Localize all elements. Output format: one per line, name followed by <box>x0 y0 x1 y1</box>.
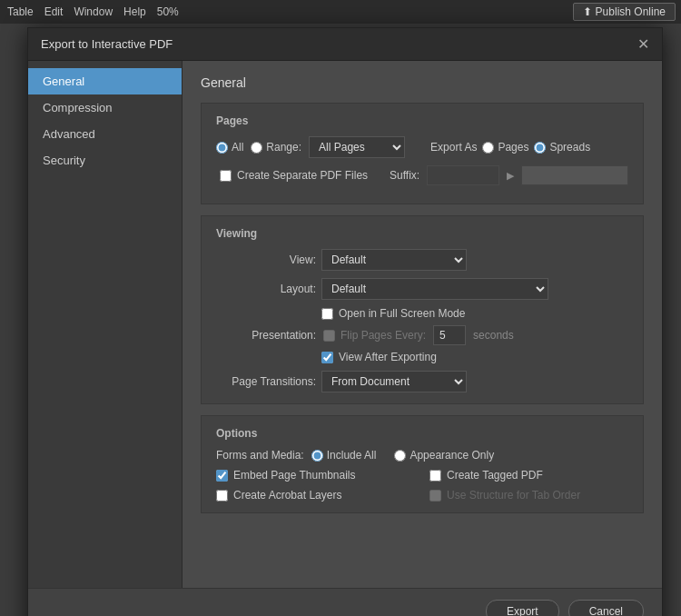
sidebar-item-advanced[interactable]: Advanced <box>28 121 182 147</box>
dialog-body: General Compression Advanced Security Ge… <box>28 61 662 588</box>
layout-label: Layout: <box>216 283 316 295</box>
export-as-group: Export As Pages Spreads <box>430 141 590 154</box>
top-bar: Table Edit Window Help 50% ⬆ Publish Onl… <box>0 0 681 24</box>
page-transitions-dropdown[interactable]: From Document None Dissolve <box>321 371 467 392</box>
use-structure-checkbox[interactable] <box>429 490 441 502</box>
use-structure-label: Use Structure for Tab Order <box>447 489 580 502</box>
dialog-titlebar: Export to Interactive PDF ✕ <box>28 28 662 61</box>
sidebar-item-security[interactable]: Security <box>28 147 182 174</box>
pages-radio-item[interactable]: Pages <box>482 141 528 154</box>
page-transitions-label: Page Transitions: <box>216 375 316 388</box>
all-radio[interactable] <box>216 142 228 154</box>
pages-row: All Range: All Pages Current Page Custom… <box>216 136 628 158</box>
sidebar-item-general[interactable]: General <box>28 68 182 94</box>
appearance-only-radio[interactable] <box>394 450 406 462</box>
embed-thumbnails-label: Embed Page Thumbnails <box>233 469 356 482</box>
all-radio-item[interactable]: All <box>216 141 243 154</box>
dialog-sidebar: General Compression Advanced Security <box>28 61 183 588</box>
full-screen-checkbox[interactable] <box>321 308 333 320</box>
pages-radio-label: Pages <box>498 141 528 154</box>
include-all-radio[interactable] <box>311 450 323 462</box>
viewing-grid: View: Default Fit Page Fit Width Layout:… <box>216 249 628 392</box>
create-tagged-label: Create Tagged PDF <box>447 469 543 482</box>
export-pdf-dialog: Export to Interactive PDF ✕ General Comp… <box>27 27 663 616</box>
suffix-input[interactable] <box>427 165 499 185</box>
cancel-button[interactable]: Cancel <box>568 600 644 616</box>
publish-icon: ⬆ <box>583 5 592 18</box>
viewing-group: Viewing View: Default Fit Page Fit Width… <box>201 215 644 404</box>
flip-pages-row: Flip Pages Every: seconds <box>321 325 628 345</box>
appearance-only-label: Appearance Only <box>410 449 494 462</box>
view-label: View: <box>216 253 316 266</box>
options-group-label: Options <box>216 427 628 440</box>
menu-help[interactable]: Help <box>123 5 146 18</box>
dialog-content: General Pages All Range: All Pages <box>183 61 662 588</box>
range-label: Range: <box>266 141 301 154</box>
publish-label: Publish Online <box>596 5 666 18</box>
suffix-arrow[interactable]: ▶ <box>507 170 514 182</box>
forms-media-label: Forms and Media: <box>216 449 304 462</box>
view-dropdown[interactable]: Default Fit Page Fit Width <box>321 249 467 271</box>
spreads-radio-label: Spreads <box>549 141 590 154</box>
dialog-footer: Export Cancel <box>28 588 662 616</box>
layout-dropdown[interactable]: Default Single Page Two-Up <box>321 278 548 300</box>
include-all-label: Include All <box>327 449 377 462</box>
spreads-radio[interactable] <box>534 142 546 154</box>
separate-pdf-label: Create Separate PDF Files <box>237 169 368 182</box>
suffix-label: Suffix: <box>390 169 419 182</box>
all-label: All <box>232 141 243 154</box>
view-after-label: View After Exporting <box>339 351 437 363</box>
appearance-only-radio-item[interactable]: Appearance Only <box>394 449 494 462</box>
view-after-checkbox[interactable] <box>321 352 333 363</box>
seconds-label: seconds <box>473 329 514 342</box>
view-after-checkbox-item[interactable]: View After Exporting <box>321 351 628 363</box>
create-acrobat-item[interactable]: Create Acrobat Layers <box>216 489 415 502</box>
range-radio-item[interactable]: Range: <box>251 141 301 154</box>
suffix-fill-box <box>521 165 628 185</box>
menu-bar: Table Edit Window Help 50% <box>0 5 179 18</box>
include-all-radio-item[interactable]: Include All <box>311 449 377 462</box>
use-structure-item[interactable]: Use Structure for Tab Order <box>429 489 628 502</box>
flip-pages-value[interactable] <box>433 325 466 345</box>
create-tagged-item[interactable]: Create Tagged PDF <box>429 469 628 482</box>
menu-table[interactable]: Table <box>7 5 34 18</box>
viewing-group-label: Viewing <box>216 227 628 240</box>
flip-pages-checkbox-item[interactable]: Flip Pages Every: <box>323 329 426 342</box>
zoom-percentage: 50% <box>157 5 179 18</box>
create-acrobat-checkbox[interactable] <box>216 490 228 502</box>
embed-thumbnails-item[interactable]: Embed Page Thumbnails <box>216 469 415 482</box>
flip-pages-label: Flip Pages Every: <box>340 329 426 342</box>
menu-window[interactable]: Window <box>74 5 113 18</box>
dialog-close-button[interactable]: ✕ <box>637 35 649 53</box>
range-radio[interactable] <box>251 142 262 154</box>
pages-radio[interactable] <box>482 142 494 154</box>
separate-pdf-checkbox-item[interactable]: Create Separate PDF Files <box>220 169 368 182</box>
pages-group: Pages All Range: All Pages Current Page <box>201 103 644 204</box>
export-button[interactable]: Export <box>486 600 559 616</box>
full-screen-label: Open in Full Screen Mode <box>339 307 465 320</box>
options-group: Options Forms and Media: Include All App… <box>201 415 644 513</box>
full-screen-checkbox-item[interactable]: Open in Full Screen Mode <box>321 307 628 320</box>
dialog-title: Export to Interactive PDF <box>41 37 173 51</box>
options-checkboxes: Embed Page Thumbnails Create Tagged PDF … <box>216 469 628 502</box>
spreads-radio-item[interactable]: Spreads <box>534 141 590 154</box>
range-dropdown[interactable]: All Pages Current Page Custom <box>309 136 405 158</box>
presentation-controls: Open in Full Screen Mode Flip Pages Ever… <box>321 307 628 363</box>
create-tagged-checkbox[interactable] <box>429 470 441 482</box>
embed-thumbnails-checkbox[interactable] <box>216 470 228 482</box>
sidebar-item-compression[interactable]: Compression <box>28 94 182 121</box>
create-acrobat-label: Create Acrobat Layers <box>233 489 341 502</box>
export-as-label: Export As <box>430 141 477 154</box>
content-section-title: General <box>201 75 644 90</box>
pages-group-label: Pages <box>216 114 628 127</box>
forms-media-row: Forms and Media: Include All Appearance … <box>216 449 628 462</box>
presentation-label: Presentation: <box>216 329 316 342</box>
flip-pages-checkbox[interactable] <box>323 330 335 342</box>
separate-pdf-checkbox[interactable] <box>220 170 232 182</box>
publish-online-button[interactable]: ⬆ Publish Online <box>573 3 676 21</box>
menu-edit[interactable]: Edit <box>44 5 64 18</box>
separate-pdf-row: Create Separate PDF Files Suffix: ▶ <box>220 165 628 185</box>
